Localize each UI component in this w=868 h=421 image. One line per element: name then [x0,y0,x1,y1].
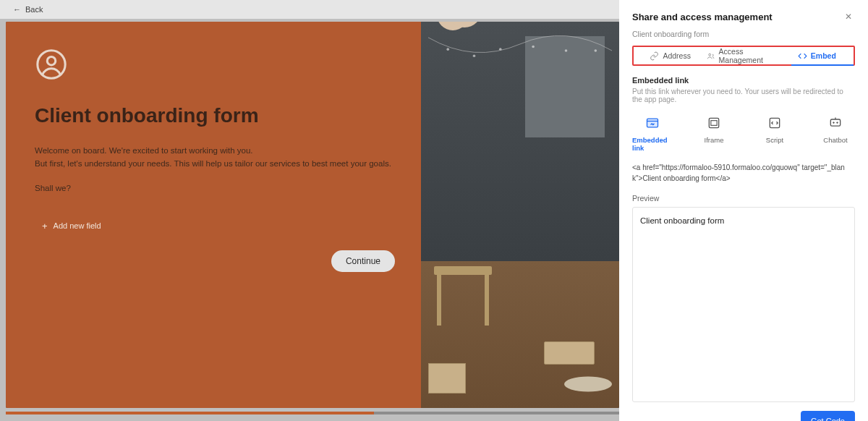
svg-point-15 [833,122,835,124]
svg-point-1 [47,56,56,65]
form-left-pane: Client onboarding form Welcome on board.… [6,22,421,408]
code-icon [798,51,807,61]
svg-point-7 [595,49,597,52]
tab-embed[interactable]: Embed [780,47,854,64]
close-button[interactable]: ✕ [842,10,855,23]
embedded-link-section: Embedded link Put this link wherever you… [619,66,868,152]
add-new-field-button[interactable]: + Add new field [35,221,101,231]
share-panel: Share and access management ✕ Client onb… [619,0,868,421]
svg-rect-14 [830,119,840,126]
welcome-line-1: Welcome on board. We're excited to start… [35,145,392,158]
option-label: Embedded link [632,136,673,152]
svg-point-3 [473,54,476,57]
option-label: Script [766,136,783,144]
user-avatar-icon [35,48,392,84]
svg-point-2 [446,48,449,51]
section-desc: Put this link wherever you need to. Your… [632,88,855,103]
back-label: Back [25,5,43,14]
arrow-left-icon: ← [13,5,21,14]
continue-button[interactable]: Continue [331,250,395,272]
svg-point-16 [837,122,838,124]
close-icon: ✕ [845,12,852,22]
form-welcome-text: Welcome on board. We're excited to start… [35,145,392,171]
svg-point-4 [499,48,502,51]
option-embedded-link[interactable]: Embedded link [632,115,673,152]
form-title: Client onboarding form [35,104,392,127]
form-canvas: Client onboarding form Welcome on board.… [6,22,619,408]
get-code-button[interactable]: Get Code [801,411,855,421]
window-link-icon [644,115,660,131]
link-icon [650,51,659,61]
preview-link[interactable]: Client onboarding form [640,216,724,225]
plus-icon: + [42,221,48,231]
option-script[interactable]: Script [755,115,794,152]
option-label: Chatbot [823,136,847,144]
script-icon [767,115,783,131]
panel-title: Share and access management [632,12,773,22]
panel-subtitle: Client onboarding form [632,30,855,38]
svg-rect-12 [711,121,717,126]
form-shall-we: Shall we? [35,184,392,192]
embed-options: Embedded link Iframe Script Chatbot [632,115,855,152]
tab-label: Access Management [719,47,780,64]
tab-label: Address [663,51,691,60]
progress-strip [6,412,619,414]
back-button[interactable]: ← Back [0,0,619,19]
tab-address[interactable]: Address [634,47,707,64]
users-icon [707,51,715,61]
tab-label: Embed [811,51,836,60]
svg-rect-9 [647,119,658,127]
welcome-line-2: But first, let's understand your needs. … [35,158,392,171]
chatbot-icon [827,115,843,131]
option-chatbot[interactable]: Chatbot [816,115,855,152]
option-iframe[interactable]: Iframe [694,115,733,152]
iframe-icon [706,115,722,131]
tab-access-management[interactable]: Access Management [707,47,780,64]
add-field-label: Add new field [54,221,101,230]
form-cover-image [421,22,619,408]
embed-code-snippet[interactable]: <a href="https://formaloo-5910.formaloo.… [632,162,855,184]
svg-point-5 [532,46,535,48]
share-tabs: Address Access Management Embed [632,46,855,66]
preview-box: Client onboarding form [632,207,855,402]
svg-point-8 [709,54,711,56]
section-title: Embedded link [632,76,855,85]
svg-point-6 [565,49,568,52]
preview-label: Preview [632,194,855,203]
option-label: Iframe [705,136,724,144]
